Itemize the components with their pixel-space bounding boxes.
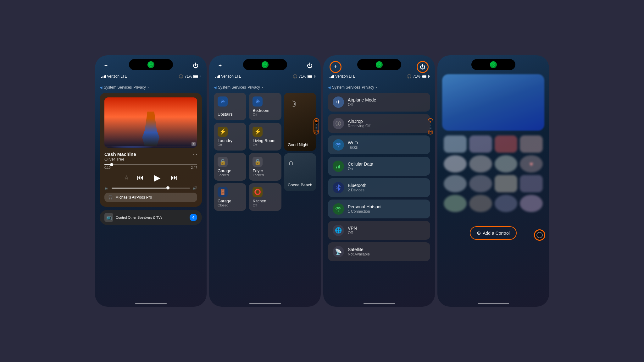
volume-row: 🔈 🔊 (104, 186, 197, 190)
app-icon-blur-14 (469, 195, 492, 212)
hotspot-info: Personal Hotspot 1 Connection (348, 204, 425, 214)
hotspot-status: 1 Connection (348, 209, 425, 214)
heart-indicator: ♥ (315, 120, 318, 123)
music-player: E Cash Machine Oliver Tree ··· 0:10 (100, 93, 202, 207)
app-icon-2 (262, 61, 269, 68)
signal-bars-2 (215, 75, 220, 78)
app-icon-blur-9 (444, 175, 467, 192)
time-labels: 0:10 -2:47 (104, 166, 197, 169)
signal-bars-1 (101, 75, 106, 78)
bluetooth-info: Bluetooth 2 Devices (348, 183, 425, 192)
add-button-2[interactable]: + (215, 61, 225, 70)
speakers-bar[interactable]: 📺 Control Other Speakers & TVs 4 (100, 210, 202, 225)
app-icon-blur-7 (495, 155, 518, 173)
hotspot-item[interactable]: Personal Hotspot 1 Connection (328, 200, 430, 218)
screen4: ♥ ⊕ Add a Control (437, 55, 549, 307)
headphone-icon-2: 🎧 (293, 74, 297, 79)
airdrop-item[interactable]: AirDrop Receiving Off (328, 114, 430, 133)
cellular-item[interactable]: Cellular Data On (328, 157, 430, 176)
lock-icon-garage: 🔒 (218, 157, 228, 167)
music-indicator-3: ♪ (430, 123, 431, 127)
add-button-3[interactable]: + (330, 61, 341, 73)
heart-indicator-3: ♥ (430, 120, 431, 123)
screen3-content: ◀ System Services Privacy › ✈ Airplane M… (323, 82, 435, 297)
chevron-icon-2: › (262, 85, 263, 90)
privacy-label-1: Privacy (133, 85, 146, 90)
screen1-content: ◀ System Services Privacy › E (95, 82, 207, 297)
tile-bedroom[interactable]: ✳ Bedroom Off (249, 93, 281, 120)
lock-icon-foyer: 🔒 (253, 157, 263, 167)
next-button[interactable]: ⏭ (171, 173, 178, 182)
power-button-1[interactable]: ⏻ (191, 61, 200, 70)
tile-upstairs[interactable]: ✳ Upstairs (214, 93, 246, 120)
speakers-icon: 📺 (104, 213, 113, 222)
house-icon: ⌂ (289, 158, 293, 167)
battery-percent-1: 71% (185, 74, 192, 79)
scene-cocoa-beach-name: Cocoa Beach (288, 183, 312, 187)
speakers-text: Control Other Speakers & TVs (116, 216, 162, 219)
time-total: -2:47 (190, 166, 197, 169)
home-indicator-1[interactable] (135, 303, 167, 304)
tile-foyer[interactable]: 🔒 Foyer Locked (249, 153, 281, 181)
track-title: Cash Machine (104, 151, 136, 157)
airpods-name: Michael's AirPods Pro (115, 195, 152, 200)
screen3: + ⏻ Verizon LTE 🎧 71% (323, 55, 435, 307)
add-button-1[interactable]: + (101, 61, 111, 70)
scene-cocoa-beach[interactable]: ⌂ Cocoa Beach (284, 153, 316, 191)
airdrop-status: Receiving Off (348, 124, 425, 128)
play-pause-button[interactable]: ▶ (152, 172, 163, 183)
home-indicator-4[interactable] (478, 303, 509, 304)
headphone-icon-1: 🎧 (179, 74, 183, 79)
screen2-content: ◀ System Services Privacy › ✳ Upstairs (209, 82, 321, 297)
airpods-icon: 🎧 (108, 195, 113, 200)
airpods-bar[interactable]: 🎧 Michael's AirPods Pro (104, 193, 197, 202)
favorite-button[interactable]: ☆ (124, 174, 129, 181)
tile-kitchen-status: Off (253, 203, 277, 207)
airplane-mode-item[interactable]: ✈ Airplane Mode Off (328, 93, 430, 112)
speakers-count: 4 (190, 214, 197, 221)
tile-kitchen[interactable]: ⭕ Kitchen Off (249, 183, 281, 211)
status-bar-1: Verizon LTE 🎧 71% (95, 74, 207, 79)
dynamic-island-1 (129, 59, 173, 70)
progress-bar[interactable] (104, 164, 197, 165)
bluetooth-item[interactable]: Bluetooth 2 Devices (328, 178, 430, 197)
tile-laundry[interactable]: ⚡ Laundry Off (214, 123, 246, 151)
svg-point-7 (493, 64, 494, 65)
tile-garage-door[interactable]: 🚪 Garage Closed (214, 183, 246, 211)
tile-garage-door-status: Closed (218, 203, 242, 207)
tile-livingroom[interactable]: ⚡ Living Room Off (249, 123, 281, 151)
connectivity-list: ✈ Airplane Mode Off AirDrop Receiving Of… (328, 93, 430, 261)
location-icon-1: ◀ (100, 85, 102, 90)
battery-icon-3 (422, 75, 429, 78)
satellite-item[interactable]: 📡 Satellite Not Available (328, 242, 430, 261)
volume-bar[interactable] (112, 188, 190, 189)
app-icon-blur-3 (495, 135, 518, 153)
tile-laundry-status: Off (218, 143, 242, 147)
svg-rect-6 (339, 165, 340, 168)
track-options[interactable]: ··· (193, 151, 197, 157)
previous-button[interactable]: ⏮ (137, 173, 144, 182)
status-bar-3: Verizon LTE 🎧 71% (323, 74, 435, 79)
scene-good-night[interactable]: ☽ Good Night (284, 93, 316, 151)
power-button-3[interactable]: ⏻ (417, 61, 429, 73)
airdrop-info: AirDrop Receiving Off (348, 119, 425, 128)
wifi-item[interactable]: Wi-Fi Tucks (328, 135, 430, 154)
airplane-info: Airplane Mode Off (348, 97, 425, 107)
battery-icon-2 (308, 75, 314, 78)
volume-fill (112, 188, 166, 189)
vpn-item[interactable]: 🌐 VPN Off (328, 221, 430, 240)
wifi-icon (333, 139, 344, 151)
fan-icon-bedroom: ✳ (253, 96, 263, 107)
power-button-2[interactable]: ⏻ (305, 61, 314, 70)
svg-rect-5 (338, 166, 339, 168)
app-icon-blur-1 (444, 135, 467, 153)
hotspot-name: Personal Hotspot (348, 204, 425, 209)
dynamic-island-4 (471, 59, 515, 70)
tile-garage-lock[interactable]: 🔒 Garage Locked (214, 153, 246, 181)
home-indicator-3[interactable] (364, 303, 395, 304)
svg-rect-4 (336, 167, 337, 168)
cellular-name: Cellular Data (348, 162, 425, 167)
system-services-label-2: System Services (218, 85, 246, 90)
home-indicator-2[interactable] (249, 303, 281, 304)
add-control-button[interactable]: ⊕ Add a Control (470, 226, 517, 240)
